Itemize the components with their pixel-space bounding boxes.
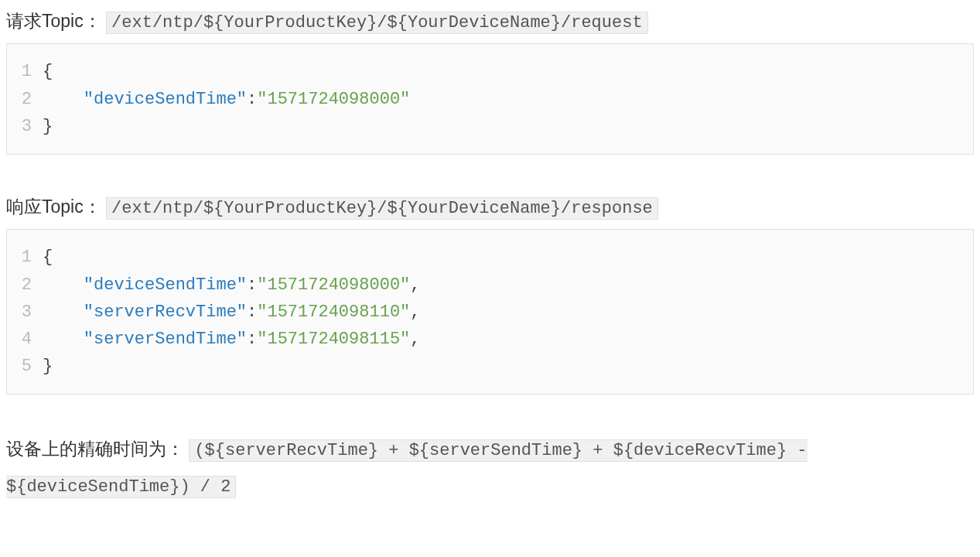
code-content: { — [43, 244, 53, 271]
request-topic-label: 请求Topic： — [6, 11, 101, 31]
line-number: 4 — [18, 326, 43, 353]
code-line: 2 "deviceSendTime":"1571724098000", — [18, 272, 962, 299]
formula-paragraph: 设备上的精确时间为： (${serverRecvTime} + ${server… — [6, 432, 974, 504]
code-content: "serverRecvTime":"1571724098110", — [43, 299, 421, 326]
line-number: 5 — [18, 353, 43, 380]
response-code-block: 1 { 2 "deviceSendTime":"1571724098000", … — [6, 229, 974, 395]
code-content: "deviceSendTime":"1571724098000", — [43, 272, 421, 299]
code-line: 3 "serverRecvTime":"1571724098110", — [18, 299, 962, 326]
line-number: 2 — [18, 272, 43, 299]
code-line: 5 } — [18, 353, 962, 380]
code-content: "deviceSendTime":"1571724098000" — [43, 86, 410, 113]
line-number: 1 — [18, 58, 43, 85]
code-line: 3 } — [18, 113, 962, 140]
request-topic-code: /ext/ntp/${YourProductKey}/${YourDeviceN… — [106, 12, 648, 34]
code-line: 4 "serverSendTime":"1571724098115", — [18, 326, 962, 353]
response-topic-code: /ext/ntp/${YourProductKey}/${YourDeviceN… — [106, 197, 658, 220]
formula-label: 设备上的精确时间为： — [6, 439, 184, 459]
request-topic-line: 请求Topic： /ext/ntp/${YourProductKey}/${Yo… — [6, 6, 974, 37]
code-content: { — [43, 58, 53, 85]
line-number: 1 — [18, 244, 43, 271]
code-content: } — [43, 113, 53, 140]
code-line: 1 { — [18, 244, 962, 271]
line-number: 2 — [18, 86, 43, 113]
code-content: } — [43, 353, 53, 380]
response-topic-label: 响应Topic： — [6, 196, 101, 217]
line-number: 3 — [18, 113, 43, 140]
request-code-block: 1 { 2 "deviceSendTime":"1571724098000" 3… — [6, 43, 974, 155]
code-line: 1 { — [18, 58, 962, 85]
code-line: 2 "deviceSendTime":"1571724098000" — [18, 86, 962, 113]
response-topic-line: 响应Topic： /ext/ntp/${YourProductKey}/${Yo… — [6, 192, 974, 223]
line-number: 3 — [18, 299, 43, 326]
code-content: "serverSendTime":"1571724098115", — [43, 326, 421, 353]
